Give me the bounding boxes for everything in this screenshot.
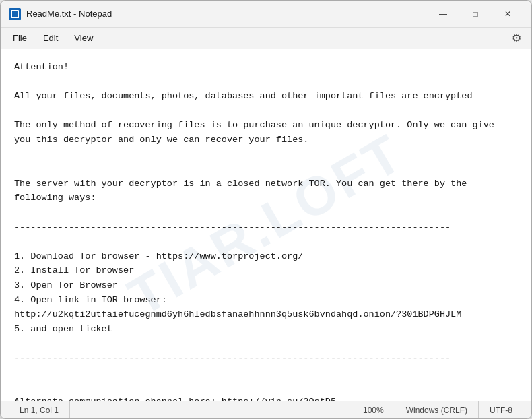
title-bar: ReadMe.txt - Notepad — □ ✕ (1, 1, 531, 28)
status-bar: Ln 1, Col 1 100% Windows (CRLF) UTF-8 (1, 401, 531, 418)
window-title: ReadMe.txt - Notepad (26, 9, 428, 19)
app-icon (9, 8, 21, 20)
maximize-button[interactable]: □ (460, 3, 491, 25)
notepad-window: ReadMe.txt - Notepad — □ ✕ File Edit Vie… (0, 0, 532, 419)
editor-area: TIAR.LOFT Attention! All your files, doc… (1, 49, 531, 401)
text-content[interactable]: Attention! All your files, documents, ph… (1, 49, 531, 401)
line-ending: Windows (CRLF) (395, 401, 479, 418)
minimize-button[interactable]: — (428, 3, 459, 25)
menu-edit[interactable]: Edit (36, 30, 65, 46)
window-controls: — □ ✕ (428, 3, 523, 25)
zoom-level: 100% (352, 401, 395, 418)
menu-file[interactable]: File (6, 30, 34, 46)
settings-icon[interactable]: ⚙ (507, 29, 526, 48)
cursor-position: Ln 1, Col 1 (9, 401, 70, 418)
encoding: UTF-8 (479, 401, 523, 418)
menu-view[interactable]: View (67, 30, 100, 46)
close-button[interactable]: ✕ (492, 3, 523, 25)
menu-bar: File Edit View ⚙ (1, 28, 531, 49)
